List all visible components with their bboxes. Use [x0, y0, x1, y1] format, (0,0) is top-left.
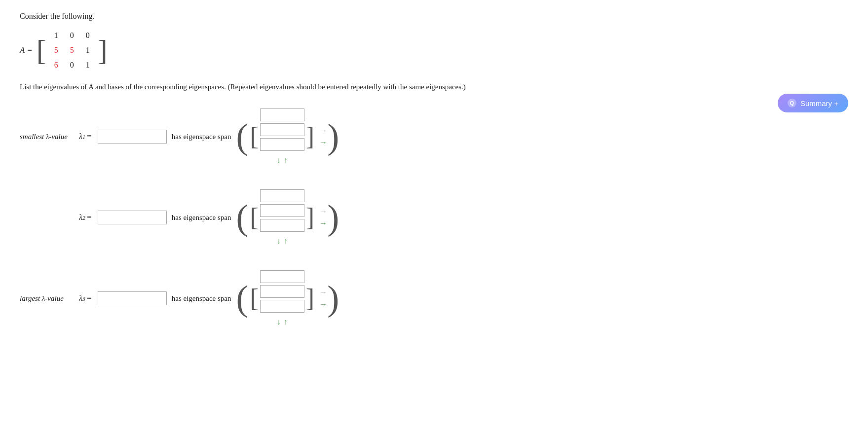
lambda1-input[interactable]: [98, 130, 167, 144]
lambda1-equals: =: [86, 132, 92, 141]
matrix-cell-1-2: 1: [80, 46, 96, 55]
vector-bracket-wrap-1: [ ↓ ↑ ]: [250, 108, 315, 165]
lambda1-subscript: 1: [82, 134, 85, 141]
vector-bracket-left-2: [: [250, 206, 259, 229]
vector-inputs-1: ↓ ↑: [260, 108, 304, 165]
lambda3-symbol: λ: [79, 294, 82, 303]
matrix-cell-2-1: 0: [64, 61, 80, 70]
lambda3-subscript: 3: [82, 295, 85, 303]
matrix-cell-2-0: 6: [48, 61, 64, 70]
eigenvalue-row-1: smallest λ-value λ 1 = has eigenspace sp…: [20, 108, 671, 165]
vector-inputs-3: ↓ ↑: [260, 270, 304, 326]
vector3-arrows: ↓ ↑: [260, 318, 304, 326]
vector1-arrows: ↓ ↑: [260, 156, 304, 165]
eigenspace-label-1: has eigenspace span: [172, 133, 231, 141]
vector2-down-arrow: ↓: [277, 237, 281, 246]
matrix-cell-1-1: 5: [64, 46, 80, 55]
vector1-down-arrow: ↓: [277, 156, 281, 165]
summary-icon: Q: [788, 99, 796, 108]
vector-bracket-right-2: ]: [306, 206, 314, 229]
vector-bracket-left-1: [: [250, 125, 259, 148]
vector1-up-arrow: ↑: [284, 156, 288, 165]
vector2-up-arrow: ↑: [284, 237, 288, 246]
instruction-text: List the eigenvalues of A and bases of t…: [20, 81, 671, 93]
matrix-right-bracket: ]: [98, 36, 108, 65]
vector-bracket-left-3: [: [250, 287, 259, 310]
summary-label: Summary +: [800, 99, 838, 108]
vector2-arrows: ↓ ↑: [260, 237, 304, 246]
v2-row2-input[interactable]: [260, 204, 304, 217]
right-paren-1: ): [327, 121, 339, 153]
lambda2-subscript: 2: [82, 215, 85, 222]
matrix-grid: 1 0 0 5 5 1 6 0 1: [48, 29, 96, 72]
right-paren-3: ): [327, 283, 339, 315]
side-arrows-3: → →: [319, 288, 327, 309]
gray-arrow-2: →: [319, 207, 327, 216]
span-container-3: ( [ ↓ ↑ ] → → ): [236, 270, 340, 326]
lambda2-equals: =: [86, 213, 92, 222]
gray-arrow-3: →: [319, 288, 327, 297]
matrix-label: A =: [20, 45, 33, 55]
matrix-left-bracket: [: [37, 36, 46, 65]
lambda3-label: λ 3 =: [79, 294, 94, 303]
lambda2-label: λ 2 =: [79, 213, 94, 222]
vector-bracket-right-3: ]: [306, 287, 314, 310]
lambda2-input[interactable]: [98, 211, 167, 224]
matrix-cell-0-2: 0: [80, 31, 96, 40]
lambda3-input[interactable]: [98, 291, 167, 305]
v1-row3-input[interactable]: [260, 138, 304, 151]
matrix-cell-0-1: 0: [64, 31, 80, 40]
largest-label: largest λ-value: [20, 294, 79, 303]
lambda2-symbol: λ: [79, 213, 82, 222]
intro-text: Consider the following.: [20, 12, 671, 21]
vector-bracket-wrap-3: [ ↓ ↑ ]: [250, 270, 315, 326]
eigenvalue-row-2: λ 2 = has eigenspace span ( [ ↓ ↑ ]: [79, 189, 671, 246]
span-container-2: ( [ ↓ ↑ ] → → ): [236, 189, 340, 246]
matrix-cell-1-0: 5: [48, 46, 64, 55]
summary-button[interactable]: Q Summary +: [778, 94, 848, 112]
left-paren-3: (: [236, 283, 248, 315]
vector3-down-arrow: ↓: [277, 318, 281, 326]
v2-row1-input[interactable]: [260, 189, 304, 202]
lambda3-equals: =: [86, 294, 92, 303]
eigenvalue-row-3: largest λ-value λ 3 = has eigenspace spa…: [20, 270, 671, 326]
green-right-arrow-1: →: [319, 138, 327, 147]
green-right-arrow-3: →: [319, 300, 327, 309]
vector-inputs-2: ↓ ↑: [260, 189, 304, 246]
vector-bracket-right-1: ]: [306, 125, 314, 148]
eigenspace-label-2: has eigenspace span: [172, 214, 231, 222]
eigenspace-label-3: has eigenspace span: [172, 294, 231, 303]
side-arrows-2: → →: [319, 207, 327, 228]
v1-row2-input[interactable]: [260, 123, 304, 136]
v3-row3-input[interactable]: [260, 300, 304, 313]
matrix-cell-0-0: 1: [48, 31, 64, 40]
gray-arrow-1: →: [319, 126, 327, 135]
green-right-arrow-2: →: [319, 219, 327, 228]
v3-row2-input[interactable]: [260, 285, 304, 298]
side-arrows-1: → →: [319, 126, 327, 147]
left-paren-2: (: [236, 202, 248, 234]
span-container-1: ( [ ↓ ↑ ] → → ): [236, 108, 340, 165]
left-paren-1: (: [236, 121, 248, 153]
right-paren-2: ): [327, 202, 339, 234]
smallest-label: smallest λ-value: [20, 133, 79, 141]
v2-row3-input[interactable]: [260, 219, 304, 232]
lambda1-symbol: λ: [79, 132, 82, 141]
lambda1-label: λ 1 =: [79, 132, 94, 141]
vector3-up-arrow: ↑: [284, 318, 288, 326]
vector-bracket-wrap-2: [ ↓ ↑ ]: [250, 189, 315, 246]
v1-row1-input[interactable]: [260, 108, 304, 121]
matrix-cell-2-2: 1: [80, 61, 96, 70]
v3-row1-input[interactable]: [260, 270, 304, 283]
